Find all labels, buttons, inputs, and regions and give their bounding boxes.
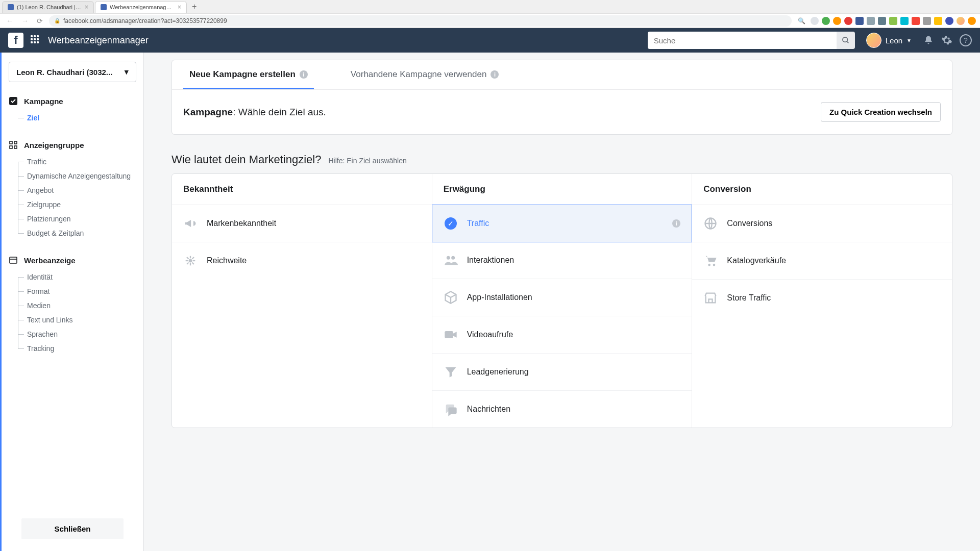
chevron-down-icon: ▾ bbox=[125, 67, 129, 77]
extension-icon[interactable] bbox=[867, 17, 875, 25]
extension-icons: 🔍 bbox=[796, 16, 976, 26]
apps-menu-icon[interactable] bbox=[31, 35, 41, 45]
extension-icon[interactable] bbox=[900, 17, 909, 25]
new-tab-button[interactable]: + bbox=[188, 2, 201, 11]
sidebar-section-adgroup[interactable]: Anzeigengruppe bbox=[9, 140, 136, 149]
extension-icon[interactable] bbox=[912, 17, 920, 25]
close-icon[interactable]: × bbox=[85, 4, 88, 11]
goal-conversions[interactable]: Conversions bbox=[692, 205, 952, 242]
back-button[interactable]: ← bbox=[4, 16, 15, 26]
forward-button[interactable]: → bbox=[19, 16, 31, 26]
facebook-logo[interactable]: f bbox=[8, 33, 23, 48]
url-text: facebook.com/adsmanager/creation?act=303… bbox=[63, 17, 227, 24]
svg-point-18 bbox=[447, 256, 450, 260]
close-button[interactable]: Schließen bbox=[21, 518, 124, 539]
sidebar-item-format[interactable]: Format bbox=[13, 284, 136, 298]
svg-rect-3 bbox=[10, 141, 12, 144]
tab-new-campaign[interactable]: Neue Kampagne erstellen i bbox=[183, 60, 314, 89]
sidebar-section-campaign[interactable]: Kampagne bbox=[9, 96, 136, 106]
sidebar-item-tracking[interactable]: Tracking bbox=[13, 341, 136, 356]
browser-tab[interactable]: (1) Leon R. Chaudhari | Faceb × bbox=[2, 1, 94, 13]
goal-label: Leadgenerierung bbox=[467, 367, 529, 377]
svg-rect-7 bbox=[10, 257, 17, 263]
extension-icon[interactable] bbox=[968, 17, 976, 25]
extension-icon[interactable] bbox=[945, 17, 953, 25]
info-icon[interactable]: i bbox=[672, 219, 680, 228]
goal-messages[interactable]: Nachrichten bbox=[432, 391, 692, 428]
app-title: Werbeanzeigenmanager bbox=[48, 35, 149, 46]
grid-icon bbox=[9, 140, 18, 149]
extension-icon[interactable] bbox=[934, 17, 942, 25]
tab-existing-campaign[interactable]: Vorhandene Kampagne verwenden i bbox=[345, 60, 505, 89]
close-icon[interactable]: × bbox=[178, 4, 181, 11]
user-menu[interactable]: Leon ▼ bbox=[862, 33, 916, 48]
extension-icon[interactable] bbox=[878, 17, 886, 25]
url-bar[interactable]: 🔒 facebook.com/adsmanager/creation?act=3… bbox=[49, 15, 792, 27]
funnel-icon bbox=[444, 365, 458, 379]
box-icon bbox=[444, 290, 458, 305]
sidebar-item-placements[interactable]: Platzierungen bbox=[13, 212, 136, 226]
sidebar-item-traffic[interactable]: Traffic bbox=[13, 155, 136, 169]
main-content: Neue Kampagne erstellen i Vorhandene Kam… bbox=[144, 53, 980, 551]
quick-creation-button[interactable]: Zu Quick Creation wechseln bbox=[821, 102, 941, 122]
sidebar-item-languages[interactable]: Sprachen bbox=[13, 327, 136, 341]
sidebar-item-audience[interactable]: Zielgruppe bbox=[13, 197, 136, 212]
extension-icon[interactable] bbox=[833, 17, 841, 25]
search-input[interactable] bbox=[648, 32, 837, 49]
sidebar-item-ziel[interactable]: Ziel bbox=[13, 111, 136, 125]
browser-tab-active[interactable]: Werbeanzeigenmanager - Cre × bbox=[95, 1, 187, 13]
extension-icon[interactable] bbox=[923, 17, 931, 25]
goal-app-installs[interactable]: App-Installationen bbox=[432, 279, 692, 316]
browser-chrome: (1) Leon R. Chaudhari | Faceb × Werbeanz… bbox=[0, 0, 980, 28]
checkbox-checked-icon bbox=[9, 96, 18, 106]
goal-label: Katalogverkäufe bbox=[727, 256, 786, 265]
goal-label: Markenbekanntheit bbox=[207, 219, 276, 228]
info-icon[interactable]: i bbox=[300, 70, 308, 79]
account-dropdown[interactable]: Leon R. Chaudhari (3032... ▾ bbox=[9, 62, 136, 82]
facebook-icon bbox=[101, 4, 107, 10]
marketing-goal-heading: Wie lautet dein Marketingziel? bbox=[172, 153, 321, 166]
help-icon[interactable]: ? bbox=[960, 34, 972, 46]
svg-rect-5 bbox=[10, 146, 12, 148]
extension-icon[interactable] bbox=[844, 17, 852, 25]
goal-lead-gen[interactable]: Leadgenerierung bbox=[432, 354, 692, 391]
profile-avatar-icon[interactable] bbox=[957, 17, 965, 25]
tab-title: (1) Leon R. Chaudhari | Faceb bbox=[17, 4, 82, 10]
goal-brand-awareness[interactable]: Markenbekanntheit bbox=[172, 205, 432, 242]
goal-label: App-Installationen bbox=[467, 293, 532, 302]
bell-icon[interactable] bbox=[923, 35, 934, 46]
goal-video-views[interactable]: Videoaufrufe bbox=[432, 316, 692, 354]
lock-icon: 🔒 bbox=[54, 18, 60, 23]
cart-icon bbox=[703, 254, 718, 268]
goal-label: Traffic bbox=[467, 219, 489, 228]
info-icon[interactable]: i bbox=[491, 70, 499, 79]
extension-icon[interactable] bbox=[822, 17, 830, 25]
goal-catalog-sales[interactable]: Katalogverkäufe bbox=[692, 242, 952, 280]
gear-icon[interactable] bbox=[941, 35, 952, 46]
goal-traffic[interactable]: ✓ Traffic i bbox=[432, 205, 693, 242]
section-title: Anzeigengruppe bbox=[24, 141, 84, 149]
search-icon[interactable]: 🔍 bbox=[796, 16, 807, 26]
svg-rect-20 bbox=[445, 331, 453, 338]
search-button[interactable] bbox=[837, 32, 855, 49]
extension-icon[interactable] bbox=[889, 17, 897, 25]
goal-engagement[interactable]: Interaktionen bbox=[432, 242, 692, 279]
sidebar-section-ad[interactable]: Werbeanzeige bbox=[9, 256, 136, 265]
column-header: Erwägung bbox=[432, 174, 692, 205]
goal-store-traffic[interactable]: Store Traffic bbox=[692, 280, 952, 316]
svg-line-1 bbox=[847, 41, 848, 43]
sidebar-item-budget[interactable]: Budget & Zeitplan bbox=[13, 226, 136, 240]
svg-point-22 bbox=[708, 264, 711, 266]
sidebar-item-identity[interactable]: Identität bbox=[13, 270, 136, 284]
sidebar-item-offer[interactable]: Angebot bbox=[13, 183, 136, 197]
sidebar-item-media[interactable]: Medien bbox=[13, 298, 136, 313]
sidebar-item-dynamic[interactable]: Dynamische Anzeigengestaltung bbox=[13, 169, 136, 183]
svg-rect-4 bbox=[14, 141, 17, 144]
goal-reach[interactable]: Reichweite bbox=[172, 242, 432, 279]
help-link[interactable]: Hilfe: Ein Ziel auswählen bbox=[328, 157, 406, 165]
extension-icon[interactable] bbox=[855, 17, 864, 25]
reload-button[interactable]: ⟳ bbox=[35, 16, 45, 26]
svg-point-19 bbox=[451, 256, 455, 260]
sidebar-item-text[interactable]: Text und Links bbox=[13, 313, 136, 327]
extension-icon[interactable] bbox=[811, 17, 819, 25]
